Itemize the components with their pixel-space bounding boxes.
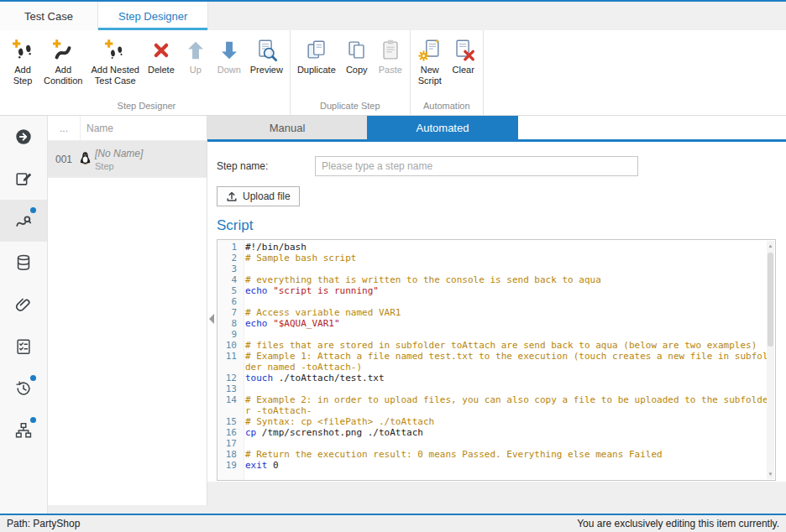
tab-manual[interactable]: Manual [207, 116, 367, 139]
new-script-icon [417, 37, 443, 64]
new-script-button[interactable]: NewScript [413, 34, 447, 89]
clipboard-check-icon [14, 337, 33, 356]
sidebar-item-step-designer[interactable] [0, 200, 47, 242]
line-text: cp /tmp/screnshot.png ./toAttach [245, 427, 772, 438]
code-line: 7# Access variable named VAR1 [217, 307, 775, 318]
button-label: Preview [250, 65, 283, 76]
add-step-icon [10, 37, 35, 64]
column-header-dots[interactable]: ... [48, 116, 80, 140]
clear-button[interactable]: Clear [447, 34, 480, 78]
sidebar-item-data[interactable] [0, 242, 47, 284]
add-condition-icon [50, 37, 76, 64]
tab-label: Test Case [24, 10, 73, 23]
content-panel: Manual Automated Step name: Upload file … [207, 116, 786, 515]
delete-button[interactable]: Delete [144, 34, 179, 78]
line-number: 13 [217, 383, 243, 394]
sidebar-item-history[interactable] [0, 368, 47, 409]
column-header-name[interactable]: Name [80, 116, 207, 140]
preview-button[interactable]: Preview [246, 34, 287, 78]
code-token: echo [245, 318, 268, 329]
add-condition-button[interactable]: AddCondition [39, 34, 86, 89]
code-token: # Sample bash script [245, 253, 356, 263]
paperclip-icon [14, 295, 33, 314]
line-number: 6 [217, 296, 243, 307]
preview-icon [254, 37, 279, 64]
tab-automated[interactable]: Automated [367, 116, 518, 139]
collapse-panel-handle[interactable] [209, 314, 214, 324]
hierarchy-icon [14, 421, 33, 440]
upload-file-label: Upload file [243, 190, 291, 202]
editor-scrollbar[interactable]: ▲ ▼ [767, 241, 774, 479]
scrollbar-thumb[interactable] [768, 253, 773, 347]
step-row[interactable]: 001 [No Name] Step [48, 141, 207, 178]
step-id: 001 [48, 154, 80, 165]
code-token: #!/bin/bash [245, 242, 307, 253]
code-token: touch [245, 373, 273, 383]
ribbon-group-title: Automation [413, 98, 480, 115]
lasso-steps-icon [14, 211, 33, 230]
step-name: [No Name] [95, 148, 143, 159]
line-text: # everything that is written to the cons… [245, 274, 772, 285]
step-name-label: Step name: [217, 160, 315, 172]
sidebar-item-checklist[interactable] [0, 326, 47, 368]
sidebar-item-edit[interactable] [0, 158, 47, 200]
line-number: 5 [217, 285, 243, 296]
code-token: 0 [268, 460, 279, 471]
sidebar [0, 116, 48, 515]
duplicate-button[interactable]: Duplicate [293, 34, 340, 78]
line-number: 4 [217, 274, 243, 285]
clear-icon [451, 37, 476, 64]
line-text: #!/bin/bash [245, 242, 772, 253]
button-label: Paste [379, 65, 402, 76]
delete-icon [149, 37, 174, 64]
ribbon-tab-test-case[interactable]: Test Case [0, 2, 98, 30]
sidebar-item-attachments[interactable] [0, 284, 47, 326]
line-number: 2 [217, 253, 243, 263]
step-name-input[interactable] [315, 156, 638, 176]
line-text: # Example 2: in order to upload files, y… [245, 394, 772, 416]
line-number: 15 [217, 416, 243, 427]
sidebar-item-overview[interactable] [0, 116, 47, 158]
button-label: AddStep [13, 65, 33, 86]
line-text [245, 263, 772, 274]
paste-button[interactable]: Paste [374, 34, 407, 78]
ribbon-tabbar: Test Case Step Designer [0, 2, 786, 30]
add-step-button[interactable]: AddStep [6, 34, 39, 89]
pencil-page-icon [14, 170, 33, 188]
content-tabs: Manual Automated [207, 116, 786, 139]
code-line: 3 [217, 263, 775, 274]
linux-penguin-icon [80, 151, 91, 168]
content-footer [207, 482, 786, 515]
code-line: 18# Return the execution result: 0 means… [217, 449, 775, 460]
copy-button[interactable]: Copy [340, 34, 374, 78]
code-token: # Syntax: cp <filePath> ./toAttach [245, 416, 434, 427]
ribbon-group-title: Duplicate Step [293, 98, 407, 115]
code-line: 9 [217, 329, 775, 340]
button-label: Clear [453, 65, 474, 76]
button-label: Delete [148, 65, 175, 76]
line-text: exit 0 [245, 460, 772, 471]
add-nested-test-case-button[interactable]: Add NestedTest Case [86, 34, 143, 89]
sidebar-item-dependencies[interactable] [0, 409, 47, 451]
statusbar: Path: PartyShop You are exclusively edit… [0, 515, 786, 532]
script-heading: Script [217, 217, 786, 234]
down-button[interactable]: Down [212, 34, 246, 78]
status-path: Path: PartyShop [7, 518, 80, 529]
button-label: Duplicate [297, 65, 336, 76]
line-text [245, 329, 772, 340]
circle-arrow-icon [14, 128, 33, 146]
line-text [245, 296, 772, 307]
status-editing-notice: You are exclusively editing this item cu… [577, 518, 779, 529]
upload-file-button[interactable]: Upload file [217, 186, 300, 206]
paste-icon [378, 37, 403, 64]
notification-dot [30, 417, 36, 423]
step-list-header: ... Name [48, 116, 207, 141]
ribbon: AddStep AddCondition Add NestedTest Case [0, 30, 786, 116]
code-token: # Example 2: in order to upload files, y… [245, 394, 768, 416]
ribbon-tab-step-designer[interactable]: Step Designer [98, 2, 208, 30]
scroll-down-arrow[interactable]: ▼ [767, 470, 774, 478]
up-button[interactable]: Up [179, 34, 212, 78]
scroll-up-arrow[interactable]: ▲ [767, 242, 774, 250]
code-line: 15# Syntax: cp <filePath> ./toAttach [217, 416, 775, 427]
script-editor[interactable]: 1#!/bin/bash2# Sample bash script34# eve… [217, 239, 776, 481]
